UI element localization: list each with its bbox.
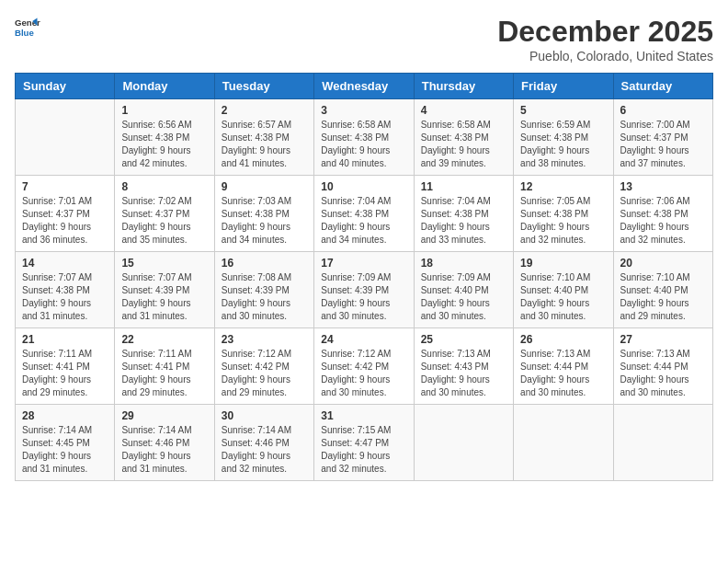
day-number: 31 [321, 409, 406, 422]
day-number: 30 [222, 409, 307, 422]
day-number: 1 [121, 104, 207, 117]
calendar-cell: 30Sunrise: 7:14 AMSunset: 4:46 PMDayligh… [214, 405, 313, 481]
calendar-header-row: SundayMondayTuesdayWednesdayThursdayFrid… [16, 74, 713, 99]
calendar-cell: 29Sunrise: 7:14 AMSunset: 4:46 PMDayligh… [115, 405, 214, 481]
calendar-cell: 9Sunrise: 7:03 AMSunset: 4:38 PMDaylight… [214, 176, 313, 252]
day-info: Sunrise: 7:10 AMSunset: 4:40 PMDaylight:… [620, 271, 706, 323]
day-number: 22 [121, 333, 207, 346]
day-info: Sunrise: 7:09 AMSunset: 4:40 PMDaylight:… [421, 271, 506, 323]
calendar-cell: 31Sunrise: 7:15 AMSunset: 4:47 PMDayligh… [314, 405, 414, 481]
day-number: 23 [222, 333, 307, 346]
logo: General Blue [15, 15, 40, 40]
day-info: Sunrise: 7:08 AMSunset: 4:39 PMDaylight:… [222, 271, 307, 323]
calendar-cell: 7Sunrise: 7:01 AMSunset: 4:37 PMDaylight… [16, 176, 115, 252]
day-number: 17 [321, 257, 406, 270]
page-subtitle: Pueblo, Colorado, United States [497, 49, 713, 63]
column-header-tuesday: Tuesday [214, 74, 313, 99]
day-info: Sunrise: 7:13 AMSunset: 4:43 PMDaylight:… [421, 348, 506, 399]
day-info: Sunrise: 7:02 AMSunset: 4:37 PMDaylight:… [121, 195, 207, 247]
calendar-cell: 8Sunrise: 7:02 AMSunset: 4:37 PMDaylight… [115, 176, 214, 252]
day-info: Sunrise: 7:10 AMSunset: 4:40 PMDaylight:… [520, 271, 606, 323]
day-number: 6 [620, 104, 706, 117]
day-info: Sunrise: 7:12 AMSunset: 4:42 PMDaylight:… [321, 348, 406, 399]
day-info: Sunrise: 7:04 AMSunset: 4:38 PMDaylight:… [421, 195, 506, 247]
calendar-cell: 17Sunrise: 7:09 AMSunset: 4:39 PMDayligh… [314, 252, 414, 328]
day-info: Sunrise: 7:12 AMSunset: 4:42 PMDaylight:… [222, 348, 307, 399]
logo-icon: General Blue [15, 15, 40, 40]
column-header-friday: Friday [514, 74, 613, 99]
day-info: Sunrise: 7:13 AMSunset: 4:44 PMDaylight:… [520, 348, 606, 399]
day-number: 3 [321, 104, 406, 117]
day-number: 14 [22, 257, 108, 270]
calendar-week-2: 7Sunrise: 7:01 AMSunset: 4:37 PMDaylight… [16, 176, 713, 252]
day-number: 24 [321, 333, 406, 346]
day-number: 11 [421, 180, 506, 193]
calendar-cell: 23Sunrise: 7:12 AMSunset: 4:42 PMDayligh… [214, 328, 313, 405]
day-number: 16 [222, 257, 307, 270]
calendar-cell: 16Sunrise: 7:08 AMSunset: 4:39 PMDayligh… [214, 252, 313, 328]
header: General Blue December 2025 Pueblo, Color… [15, 15, 713, 63]
calendar-cell: 24Sunrise: 7:12 AMSunset: 4:42 PMDayligh… [314, 328, 414, 405]
day-info: Sunrise: 7:14 AMSunset: 4:46 PMDaylight:… [121, 424, 207, 476]
column-header-wednesday: Wednesday [314, 74, 414, 99]
day-info: Sunrise: 6:58 AMSunset: 4:38 PMDaylight:… [321, 119, 406, 170]
day-info: Sunrise: 7:05 AMSunset: 4:38 PMDaylight:… [520, 195, 606, 247]
calendar-cell: 13Sunrise: 7:06 AMSunset: 4:38 PMDayligh… [613, 176, 712, 252]
day-info: Sunrise: 7:07 AMSunset: 4:39 PMDaylight:… [121, 271, 207, 323]
day-info: Sunrise: 7:15 AMSunset: 4:47 PMDaylight:… [321, 424, 406, 476]
calendar-week-5: 28Sunrise: 7:14 AMSunset: 4:45 PMDayligh… [16, 405, 713, 481]
day-number: 21 [22, 333, 108, 346]
day-info: Sunrise: 6:59 AMSunset: 4:38 PMDaylight:… [520, 119, 606, 170]
day-number: 13 [620, 180, 706, 193]
calendar-cell: 4Sunrise: 6:58 AMSunset: 4:38 PMDaylight… [414, 99, 513, 176]
day-info: Sunrise: 7:13 AMSunset: 4:44 PMDaylight:… [620, 348, 706, 399]
day-number: 25 [421, 333, 506, 346]
column-header-monday: Monday [115, 74, 214, 99]
calendar-cell: 18Sunrise: 7:09 AMSunset: 4:40 PMDayligh… [414, 252, 513, 328]
day-number: 20 [620, 257, 706, 270]
calendar-table: SundayMondayTuesdayWednesdayThursdayFrid… [15, 73, 713, 481]
calendar-cell [414, 405, 513, 481]
day-number: 4 [421, 104, 506, 117]
calendar-cell: 5Sunrise: 6:59 AMSunset: 4:38 PMDaylight… [514, 99, 613, 176]
column-header-thursday: Thursday [414, 74, 513, 99]
day-info: Sunrise: 7:11 AMSunset: 4:41 PMDaylight:… [22, 348, 108, 399]
calendar-cell: 3Sunrise: 6:58 AMSunset: 4:38 PMDaylight… [314, 99, 414, 176]
column-header-saturday: Saturday [613, 74, 712, 99]
day-number: 18 [421, 257, 506, 270]
calendar-cell: 25Sunrise: 7:13 AMSunset: 4:43 PMDayligh… [414, 328, 513, 405]
calendar-body: 1Sunrise: 6:56 AMSunset: 4:38 PMDaylight… [16, 99, 713, 481]
title-area: December 2025 Pueblo, Colorado, United S… [497, 15, 713, 63]
day-number: 2 [222, 104, 307, 117]
calendar-cell: 15Sunrise: 7:07 AMSunset: 4:39 PMDayligh… [115, 252, 214, 328]
day-number: 10 [321, 180, 406, 193]
calendar-cell: 28Sunrise: 7:14 AMSunset: 4:45 PMDayligh… [16, 405, 115, 481]
day-info: Sunrise: 7:01 AMSunset: 4:37 PMDaylight:… [22, 195, 108, 247]
svg-text:Blue: Blue [15, 28, 34, 38]
calendar-cell: 11Sunrise: 7:04 AMSunset: 4:38 PMDayligh… [414, 176, 513, 252]
calendar-cell: 2Sunrise: 6:57 AMSunset: 4:38 PMDaylight… [214, 99, 313, 176]
calendar-cell: 10Sunrise: 7:04 AMSunset: 4:38 PMDayligh… [314, 176, 414, 252]
day-info: Sunrise: 6:56 AMSunset: 4:38 PMDaylight:… [121, 119, 207, 170]
day-number: 19 [520, 257, 606, 270]
calendar-week-1: 1Sunrise: 6:56 AMSunset: 4:38 PMDaylight… [16, 99, 713, 176]
day-number: 7 [22, 180, 108, 193]
day-number: 27 [620, 333, 706, 346]
calendar-cell [613, 405, 712, 481]
calendar-cell: 27Sunrise: 7:13 AMSunset: 4:44 PMDayligh… [613, 328, 712, 405]
day-number: 26 [520, 333, 606, 346]
day-number: 28 [22, 409, 108, 422]
day-number: 9 [222, 180, 307, 193]
column-header-sunday: Sunday [16, 74, 115, 99]
calendar-cell: 1Sunrise: 6:56 AMSunset: 4:38 PMDaylight… [115, 99, 214, 176]
day-info: Sunrise: 6:57 AMSunset: 4:38 PMDaylight:… [222, 119, 307, 170]
day-info: Sunrise: 7:11 AMSunset: 4:41 PMDaylight:… [121, 348, 207, 399]
day-number: 8 [121, 180, 207, 193]
day-info: Sunrise: 7:14 AMSunset: 4:45 PMDaylight:… [22, 424, 108, 476]
calendar-cell: 21Sunrise: 7:11 AMSunset: 4:41 PMDayligh… [16, 328, 115, 405]
calendar-cell [514, 405, 613, 481]
calendar-cell: 22Sunrise: 7:11 AMSunset: 4:41 PMDayligh… [115, 328, 214, 405]
calendar-week-4: 21Sunrise: 7:11 AMSunset: 4:41 PMDayligh… [16, 328, 713, 405]
day-number: 15 [121, 257, 207, 270]
calendar-cell: 14Sunrise: 7:07 AMSunset: 4:38 PMDayligh… [16, 252, 115, 328]
